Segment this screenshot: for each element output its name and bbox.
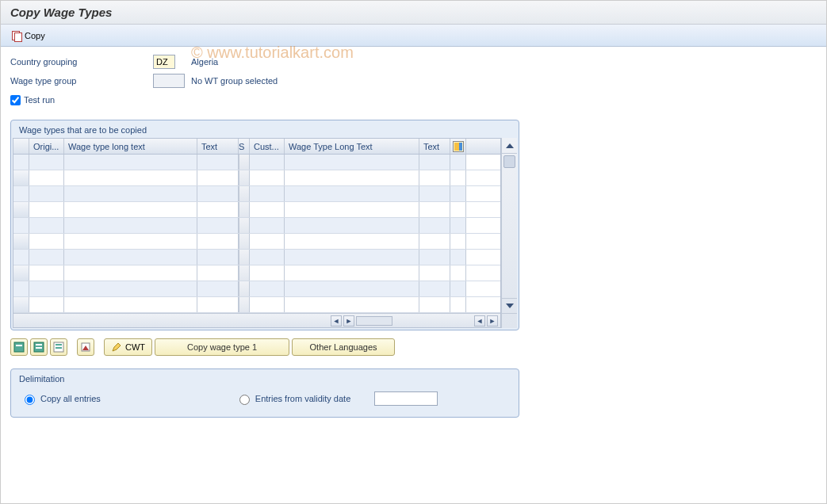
table-row[interactable] <box>13 218 500 234</box>
cell-text2[interactable] <box>419 281 450 296</box>
cell-wtlt[interactable] <box>64 170 197 185</box>
col-cust[interactable]: Cust... <box>250 139 285 154</box>
cell-wtlt2[interactable] <box>285 170 419 185</box>
table-row[interactable] <box>13 155 500 170</box>
cell-text2[interactable] <box>419 186 450 201</box>
cell-s[interactable] <box>239 170 250 185</box>
table-config-button[interactable] <box>450 139 466 154</box>
cell-s[interactable] <box>239 297 250 312</box>
icon-button-2[interactable] <box>30 338 48 356</box>
cell-text[interactable] <box>197 186 239 201</box>
v-scrollbar[interactable] <box>501 138 517 328</box>
cell-wtlt2[interactable] <box>285 155 419 170</box>
cell-wtlt[interactable] <box>64 297 197 312</box>
cell-wtlt[interactable] <box>64 202 197 217</box>
cell-text2[interactable] <box>419 250 450 265</box>
copy-all-entries-radio[interactable]: Copy all entries <box>21 392 101 405</box>
cell-s[interactable] <box>239 265 250 281</box>
cell-wtlt2[interactable] <box>285 250 419 265</box>
cell-cust[interactable] <box>250 202 285 217</box>
hscroll-left-1[interactable]: ◄ <box>331 315 342 326</box>
col-origi[interactable]: Origi... <box>29 139 64 154</box>
table-row[interactable] <box>13 202 500 218</box>
entries-from-date-radio[interactable]: Entries from validity date <box>235 392 350 405</box>
wage-type-group-input[interactable] <box>153 74 185 88</box>
cell-text[interactable] <box>197 250 239 265</box>
cell-cust[interactable] <box>250 170 285 185</box>
cell-s[interactable] <box>239 250 250 265</box>
cell-cust[interactable] <box>250 234 285 249</box>
cell-text[interactable] <box>197 281 239 296</box>
table-row[interactable] <box>13 297 500 313</box>
col-text[interactable]: Text <box>197 139 239 154</box>
table-row[interactable] <box>13 170 500 186</box>
cell-cust[interactable] <box>250 155 285 170</box>
cell-s[interactable] <box>239 218 250 233</box>
row-selector[interactable] <box>13 155 29 170</box>
cell-wtlt[interactable] <box>64 218 197 233</box>
cell-text[interactable] <box>197 265 239 281</box>
cell-wtlt2[interactable] <box>285 186 419 201</box>
cell-cust[interactable] <box>250 250 285 265</box>
test-run-checkbox[interactable] <box>10 95 21 105</box>
cell-wtlt2[interactable] <box>285 218 419 233</box>
cell-cust[interactable] <box>250 297 285 312</box>
cell-origi[interactable] <box>29 202 64 217</box>
cell-origi[interactable] <box>29 170 64 185</box>
copy-all-entries-radio-input[interactable] <box>25 395 35 405</box>
col-wage-type-long-text[interactable]: Wage type long text <box>64 139 197 154</box>
cell-s[interactable] <box>239 234 250 249</box>
vscroll-thumb[interactable] <box>503 155 515 168</box>
cell-text[interactable] <box>197 234 239 249</box>
icon-button-3[interactable] <box>50 338 67 356</box>
cell-text2[interactable] <box>419 155 450 170</box>
cell-wtlt2[interactable] <box>285 202 419 217</box>
validity-date-input[interactable] <box>374 391 438 406</box>
cell-cust[interactable] <box>250 281 285 296</box>
cell-cust[interactable] <box>250 218 285 233</box>
cell-text2[interactable] <box>419 202 450 217</box>
cell-wtlt2[interactable] <box>285 234 419 249</box>
cell-origi[interactable] <box>29 186 64 201</box>
cell-wtlt[interactable] <box>64 250 197 265</box>
cell-origi[interactable] <box>29 218 64 233</box>
cell-text2[interactable] <box>419 170 450 185</box>
row-selector[interactable] <box>13 250 29 265</box>
cell-origi[interactable] <box>29 265 64 281</box>
cell-text2[interactable] <box>419 234 450 249</box>
copy-wage-type-1-button[interactable]: Copy wage type 1 <box>155 338 289 356</box>
cell-wtlt2[interactable] <box>285 281 419 296</box>
cell-wtlt[interactable] <box>64 281 197 296</box>
cell-origi[interactable] <box>29 234 64 249</box>
table-row[interactable] <box>13 250 500 265</box>
cell-text2[interactable] <box>419 265 450 281</box>
hscroll-right-2[interactable]: ► <box>487 315 498 326</box>
cell-origi[interactable] <box>29 297 64 312</box>
country-grouping-input[interactable]: DZ <box>153 55 175 69</box>
cell-text2[interactable] <box>419 218 450 233</box>
cell-s[interactable] <box>239 281 250 296</box>
cell-cust[interactable] <box>250 265 285 281</box>
col-wage-type-long-text-2[interactable]: Wage Type Long Text <box>285 139 419 154</box>
row-selector[interactable] <box>13 186 29 201</box>
entries-from-date-radio-input[interactable] <box>239 395 250 405</box>
cell-wtlt2[interactable] <box>285 265 419 281</box>
cell-origi[interactable] <box>29 155 64 170</box>
icon-button-4[interactable] <box>77 338 94 356</box>
hscroll-left-2[interactable]: ◄ <box>474 315 485 326</box>
row-selector[interactable] <box>13 234 29 249</box>
cell-origi[interactable] <box>29 281 64 296</box>
table-row[interactable] <box>13 265 500 281</box>
cell-text[interactable] <box>197 218 239 233</box>
cell-wtlt2[interactable] <box>285 297 419 312</box>
cwt-button[interactable]: CWT <box>104 338 152 356</box>
table-row[interactable] <box>13 281 500 297</box>
copy-button[interactable]: Copy <box>9 30 48 41</box>
cell-wtlt[interactable] <box>64 234 197 249</box>
cell-s[interactable] <box>239 202 250 217</box>
icon-button-1[interactable] <box>10 338 28 356</box>
table-row[interactable] <box>13 186 500 202</box>
row-selector[interactable] <box>13 281 29 296</box>
cell-text[interactable] <box>197 155 239 170</box>
table-row[interactable] <box>13 234 500 250</box>
